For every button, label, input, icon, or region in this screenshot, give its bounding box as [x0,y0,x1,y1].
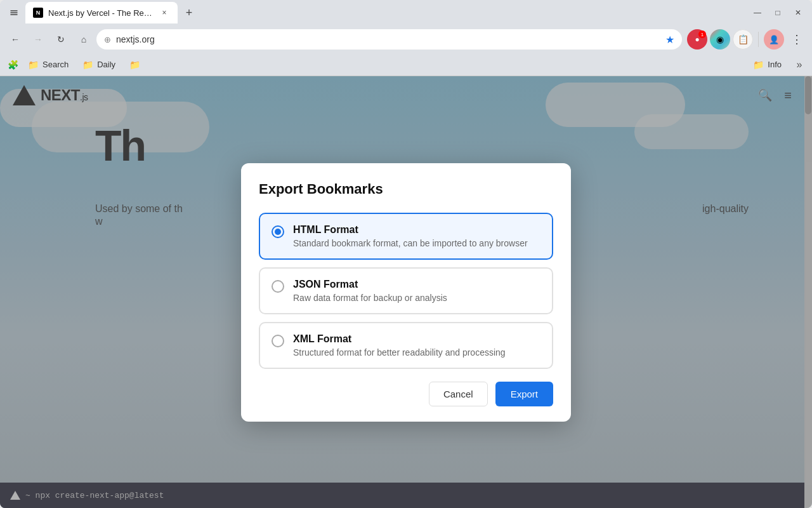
format-html-desc: Standard bookmark format, can be importe… [293,238,540,248]
extensions-puzzle-button[interactable]: 🧩 [5,57,20,72]
nav-bar: ← → ↻ ⌂ ⊕ nextjs.org ★ ● 1 ◉ 📋 [0,25,812,53]
bookmark-info[interactable]: 📁 Info [747,57,788,72]
window-controls: — □ ✕ [749,4,807,22]
security-icon: ⊕ [104,35,111,44]
folder-icon: 📁 [28,60,39,70]
bookmark-info-label: Info [768,60,782,69]
extension-separator [758,32,759,47]
bookmark-search[interactable]: 📁 Search [22,57,75,72]
format-json-desc: Raw data format for backup or analysis [293,293,540,303]
folder-icon: 📁 [753,60,764,70]
radio-json[interactable] [272,280,284,293]
forward-button[interactable]: → [28,29,48,50]
modal-footer: Cancel Export [259,382,553,406]
home-icon: ⌂ [81,34,86,44]
format-json-name: JSON Format [293,279,540,290]
url-text: nextjs.org [116,34,660,44]
tab-close-button[interactable]: × [159,7,170,18]
title-bar: N Next.js by Vercel - The React × + — □ … [0,0,812,25]
back-button[interactable]: ← [5,29,25,50]
export-bookmarks-modal: Export Bookmarks HTML Format Standard bo… [241,163,571,422]
cancel-button[interactable]: Cancel [429,382,488,406]
minimize-button[interactable]: — [749,4,766,22]
radio-html[interactable] [272,225,284,238]
folder-icon: 📁 [82,60,93,70]
reload-button[interactable]: ↻ [51,29,71,50]
bookmark-star-icon[interactable]: ★ [665,34,674,46]
tab-title: Next.js by Vercel - The React [48,8,154,18]
format-xml-info: XML Format Structured format for better … [293,333,540,358]
bookmark-daily-label: Daily [97,60,115,69]
tab-favicon: N [33,8,43,18]
ext-badge: 1 [698,30,706,38]
maximize-button[interactable]: □ [769,4,787,22]
format-option-html[interactable]: HTML Format Standard bookmark format, ca… [259,213,553,260]
radio-xml[interactable] [272,335,284,347]
extension-record-button[interactable]: ● 1 [687,29,707,50]
extension-color-button[interactable]: ◉ [710,29,730,50]
extension-clip-button[interactable]: 📋 [733,29,753,50]
format-xml-name: XML Format [293,333,540,345]
back-icon: ← [11,34,20,44]
new-tab-button[interactable]: + [180,4,198,22]
toolbar-extensions: ● 1 ◉ 📋 👤 [687,29,784,50]
format-json-info: JSON Format Raw data format for backup o… [293,279,540,303]
clip-icon: 📋 [738,34,749,44]
bookmarks-more-button[interactable]: » [792,57,807,72]
color-wheel-icon: ◉ [716,34,724,44]
format-xml-desc: Structured format for better readability… [293,347,540,358]
export-button[interactable]: Export [495,382,553,406]
bookmarks-bar: 🧩 📁 Search 📁 Daily 📁 📁 Info » [0,53,812,76]
folder-icon: 📁 [129,60,140,70]
bookmark-daily[interactable]: 📁 Daily [76,57,122,72]
home-button[interactable]: ⌂ [74,29,94,50]
forward-icon: → [34,34,43,44]
browser-window: N Next.js by Vercel - The React × + — □ … [0,0,812,508]
avatar-icon: 👤 [769,35,779,44]
modal-overlay: Export Bookmarks HTML Format Standard bo… [0,76,812,508]
profile-button[interactable]: 👤 [764,29,784,50]
bookmark-search-label: Search [43,60,69,69]
modal-title: Export Bookmarks [259,181,553,197]
format-option-xml[interactable]: XML Format Structured format for better … [259,322,553,369]
active-tab[interactable]: N Next.js by Vercel - The React × [25,2,178,23]
close-window-button[interactable]: ✕ [789,4,807,22]
puzzle-icon: 🧩 [8,60,18,70]
format-html-info: HTML Format Standard bookmark format, ca… [293,224,540,248]
format-html-name: HTML Format [293,224,540,236]
menu-dots-icon: ⋮ [791,32,802,46]
browser-menu-button[interactable]: ⋮ [787,29,807,50]
format-option-json[interactable]: JSON Format Raw data format for backup o… [259,267,553,314]
address-bar[interactable]: ⊕ nextjs.org ★ [96,29,682,50]
radio-html-inner [275,229,281,235]
bookmark-extra[interactable]: 📁 [123,57,147,72]
reload-icon: ↻ [57,34,65,44]
page-content: NEXT.js 🔍 ≡ Th Used by some of th w igh-… [0,76,812,508]
chevron-right-icon: » [797,59,802,70]
tab-list-button[interactable] [5,4,23,22]
